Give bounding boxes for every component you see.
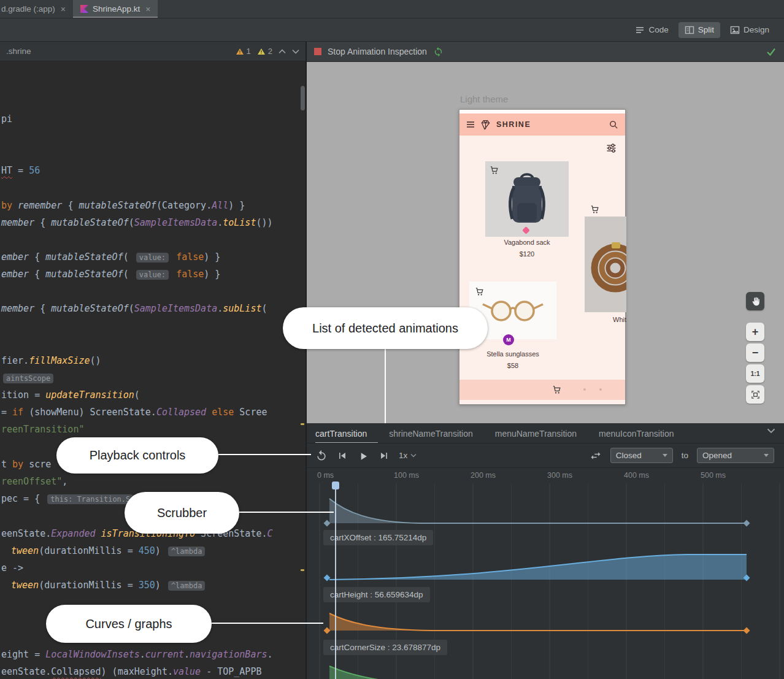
close-icon[interactable]: × <box>145 4 150 14</box>
code-token: by <box>12 459 23 470</box>
code-token: . <box>267 649 273 660</box>
from-state-value: Closed <box>616 451 642 460</box>
warning-badge-2[interactable]: 2 <box>257 47 272 56</box>
ruler-tick-label: 200 ms <box>471 471 496 480</box>
code-token: C <box>267 528 273 539</box>
shrine-cart-bar <box>459 380 625 400</box>
stop-animation-label[interactable]: Stop Animation Inspection <box>328 47 427 56</box>
warning-badge-1[interactable]: 1 <box>236 47 251 56</box>
zoom-actual-size-button[interactable]: 1:1 <box>746 364 764 383</box>
code-token: updateTransition <box>45 389 134 401</box>
editor-scrollbar[interactable] <box>299 61 306 679</box>
code-token: ) } <box>204 251 220 263</box>
code-token: , <box>62 476 67 487</box>
editor-tab[interactable]: d.gradle (:app)× <box>0 0 73 18</box>
code-line: pec = { this: Transition.S <box>1 493 135 505</box>
animation-preview-pane: Stop Animation Inspection Light theme SH… <box>307 42 784 679</box>
inline-hint-chip: this: Transition.S <box>47 494 133 504</box>
warning-stripe-mark[interactable] <box>301 569 304 571</box>
code-token: ( <box>129 217 134 228</box>
add-to-cart-icon <box>489 165 499 175</box>
code-line: = if (showMenu) ScreenState.Collapsed el… <box>1 406 267 418</box>
close-icon[interactable]: × <box>61 4 66 14</box>
code-token: LocalWindowInsets <box>45 649 140 660</box>
code-token: - TOP_APPB <box>201 666 261 677</box>
product-name: Vagabond sack <box>485 239 569 246</box>
code-token: 56 <box>29 165 40 176</box>
callout-label: Curves / graphs <box>46 605 212 643</box>
track-value-label: cartCornerSize : 23.678877dp <box>323 640 447 655</box>
animation-tab[interactable]: menuNameTransition <box>484 423 588 443</box>
code-line: pi <box>1 113 12 125</box>
android-studio-window: d.gradle (:app)×ShrineApp.kt× CodeSplitD… <box>0 0 784 679</box>
warning-stripe-mark[interactable] <box>301 423 304 425</box>
editor-pane[interactable]: .shrine 1 2 piHT = 56by remember { mutab… <box>0 42 306 679</box>
code-token: ) (maxHeight. <box>101 666 173 677</box>
code-token: SampleItemsData <box>134 303 217 314</box>
code-token: false <box>176 269 204 280</box>
scrubber-line[interactable] <box>335 481 336 679</box>
code-token: Collapsed <box>156 407 206 418</box>
view-mode-design[interactable]: Design <box>724 22 775 38</box>
add-to-cart-icon <box>590 204 600 215</box>
view-mode-label: Split <box>698 25 714 34</box>
preview-canvas[interactable]: Light theme SHRINE <box>307 62 784 423</box>
shrine-appbar: SHRINE <box>459 113 625 136</box>
code-token: ( <box>123 251 134 263</box>
warning-count: 1 <box>247 47 251 56</box>
callout-connector-line <box>385 349 386 423</box>
swap-states-icon[interactable] <box>590 450 602 462</box>
zoom-out-button[interactable]: − <box>746 343 764 362</box>
chevron-down-icon[interactable] <box>292 49 299 54</box>
from-state-dropdown[interactable]: Closed <box>610 448 673 463</box>
animation-tab[interactable]: shrineNameTransition <box>378 423 483 443</box>
replay-icon[interactable] <box>315 450 328 462</box>
skip-to-start-icon[interactable] <box>336 450 348 462</box>
code-token <box>96 528 101 539</box>
stop-icon[interactable] <box>314 48 321 55</box>
code-token: t <box>1 459 12 470</box>
skip-to-end-icon[interactable] <box>378 450 390 462</box>
play-icon[interactable] <box>357 450 369 462</box>
callout-label: List of detected animations <box>283 307 488 349</box>
code-token: eenState. <box>1 528 51 539</box>
refresh-icon[interactable] <box>433 47 444 57</box>
code-token: ()) <box>256 217 272 228</box>
view-mode-split[interactable]: Split <box>678 22 720 38</box>
scrollbar-thumb[interactable] <box>301 86 305 110</box>
cart-bar-dot <box>599 388 602 391</box>
to-state-dropdown[interactable]: Opened <box>697 448 774 463</box>
shrine-app-preview: SHRINE Vagabond sack $120 <box>459 109 626 405</box>
code-token: Expanded <box>51 528 95 539</box>
code-token: { <box>34 251 45 263</box>
pan-tool-button[interactable] <box>746 292 764 310</box>
code-token: tween <box>11 580 39 591</box>
speed-selector[interactable]: 1x <box>399 451 417 460</box>
code-token: ) } <box>228 200 245 211</box>
editor-tab[interactable]: ShrineApp.kt× <box>73 0 158 18</box>
code-token: Collapsed <box>51 666 101 677</box>
chevron-up-icon[interactable] <box>279 49 286 54</box>
chevron-down-icon[interactable] <box>767 428 775 434</box>
code-token: SampleItemsData <box>134 217 217 228</box>
code-token <box>171 251 176 263</box>
timeline-ruler[interactable]: 0 ms100 ms200 ms300 ms400 ms500 ms <box>307 468 784 483</box>
code-token: () <box>90 355 101 366</box>
code-token: ember <box>1 269 34 280</box>
animation-tab[interactable]: menuIconTransition <box>588 423 685 443</box>
animation-tab[interactable]: cartTransition <box>315 423 378 443</box>
code-token: ) <box>155 545 166 556</box>
scrubber-handle[interactable] <box>332 481 339 489</box>
code-line: member { mutableStateOf(SampleItemsData.… <box>1 217 273 229</box>
code-token: 450 <box>139 545 155 556</box>
zoom-to-fit-button[interactable] <box>746 385 764 404</box>
pane-splitter[interactable] <box>306 42 307 679</box>
code-token: member <box>1 303 40 314</box>
code-editor[interactable]: piHT = 56by remember { mutableStateOf(Ca… <box>0 42 299 679</box>
code-token: pi <box>1 113 12 125</box>
dropdown-caret-icon <box>663 454 667 457</box>
code-token: else <box>212 407 234 418</box>
view-mode-code[interactable]: Code <box>629 22 674 38</box>
zoom-in-button[interactable]: + <box>746 323 764 341</box>
code-token: fillMaxSize <box>29 355 90 366</box>
